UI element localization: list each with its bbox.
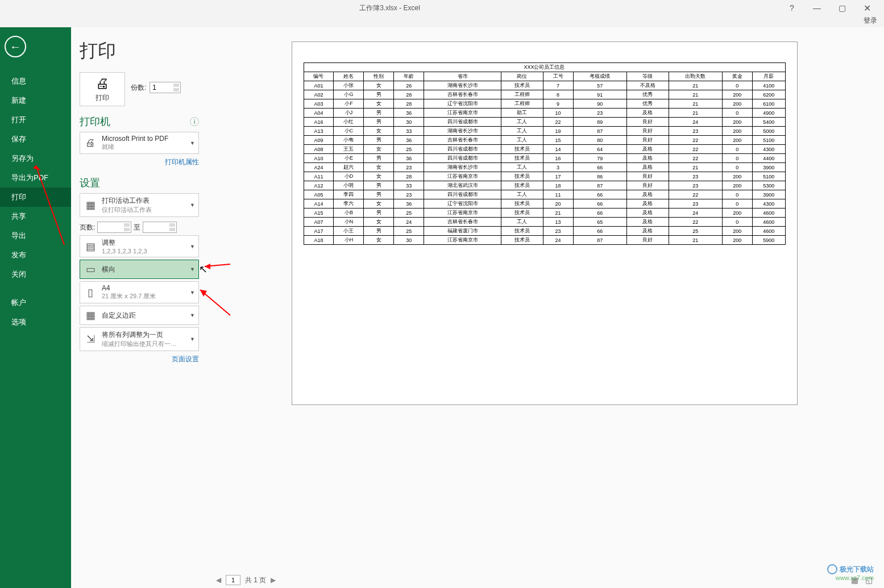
employee-table: XXX公司员工信息 编号姓名性别年龄省市岗位工号考核成绩等级出勤天数奖金月薪 A… bbox=[304, 62, 786, 245]
table-header-cell: 月薪 bbox=[752, 72, 785, 81]
copies-stepper[interactable]: 1 bbox=[150, 82, 181, 93]
table-row: A11小D女28江苏省南京市技术员1786良好232005100 bbox=[304, 172, 785, 181]
table-row: A03小F女28辽宁省沈阳市工程师990优秀212006100 bbox=[304, 99, 785, 109]
table-row: A17小王男25福建省厦门市技术员2366及格252004600 bbox=[304, 227, 785, 236]
table-row: A18小H女30江苏省南京市技术员2487良好212005900 bbox=[304, 236, 785, 245]
table-row: A24赵六女23湖南省长沙市工人366及格2103900 bbox=[304, 163, 785, 172]
landscape-icon: ▭ bbox=[84, 262, 97, 276]
sidebar-item-打开[interactable]: 打开 bbox=[0, 110, 71, 130]
printer-select[interactable]: 🖨 Microsoft Print to PDF 就绪 ▼ bbox=[80, 132, 199, 154]
print-button-label: 打印 bbox=[96, 93, 109, 103]
sidebar-item-帐户[interactable]: 帐户 bbox=[0, 293, 71, 312]
sidebar-item-关闭[interactable]: 关闭 bbox=[0, 265, 71, 284]
paper-size-select[interactable]: ▯ A4 21 厘米 x 29.7 厘米 ▼ bbox=[80, 281, 199, 303]
chevron-down-icon: ▼ bbox=[190, 312, 195, 318]
page-title: 打印 bbox=[80, 39, 199, 64]
chevron-down-icon: ▼ bbox=[190, 290, 195, 295]
table-row: A05李四男23四川省成都市工人1166及格2203900 bbox=[304, 190, 785, 199]
margins-select[interactable]: ▦ 自定义边距 ▼ bbox=[80, 306, 199, 325]
table-row: A13小C女33湖南省长沙市工人1987良好232005000 bbox=[304, 127, 785, 136]
sidebar-item-打印[interactable]: 打印 bbox=[0, 187, 71, 207]
sidebar-item-共享[interactable]: 共享 bbox=[0, 207, 71, 226]
table-header-cell: 工号 bbox=[543, 72, 573, 81]
page-range-row: 页数: 至 bbox=[80, 222, 199, 233]
watermark: 极光下载站 www.xz7.com bbox=[827, 564, 874, 581]
back-button[interactable]: ← bbox=[5, 36, 26, 57]
table-title: XXX公司员工信息 bbox=[304, 63, 785, 72]
sidebar-item-保存[interactable]: 保存 bbox=[0, 130, 71, 149]
maximize-icon[interactable]: ▢ bbox=[829, 1, 854, 15]
chevron-down-icon: ▼ bbox=[190, 266, 195, 272]
printer-icon: 🖨 bbox=[96, 76, 109, 91]
table-row: A07小N女24吉林省长春市工人1365及格2204600 bbox=[304, 218, 785, 227]
print-settings-panel: 打印 🖨 打印 份数: 1 打印机 i 🖨 Microsoft Print to… bbox=[71, 27, 205, 588]
current-page-input[interactable] bbox=[226, 575, 240, 585]
login-bar: 登录 bbox=[0, 16, 884, 27]
sidebar-item-导出[interactable]: 导出 bbox=[0, 226, 71, 245]
window-title: 工作簿3.xlsx - Excel bbox=[0, 3, 779, 13]
scale-icon: ⇲ bbox=[84, 332, 97, 346]
table-row: A08王五女25四川省成都市技术员1464及格2204300 bbox=[304, 145, 785, 154]
table-header-cell: 出勤天数 bbox=[669, 72, 722, 81]
table-row: A14李六女36辽宁省沈阳市技术员2066及格2304300 bbox=[304, 199, 785, 208]
table-header-cell: 年龄 bbox=[394, 72, 424, 81]
sidebar-item-选项[interactable]: 选项 bbox=[0, 312, 71, 332]
backstage-sidebar: ← 信息新建打开保存另存为导出为PDF打印共享导出发布关闭 帐户选项 bbox=[0, 27, 71, 588]
preview-page: XXX公司员工信息 编号姓名性别年龄省市岗位工号考核成绩等级出勤天数奖金月薪 A… bbox=[292, 41, 798, 405]
table-row: A04小J男36江苏省南京市助工1023及格2104900 bbox=[304, 109, 785, 118]
chevron-down-icon: ▼ bbox=[190, 336, 195, 342]
printer-ready-icon: 🖨 bbox=[84, 136, 97, 150]
chevron-down-icon: ▼ bbox=[190, 140, 195, 146]
close-icon[interactable]: ✕ bbox=[854, 1, 879, 15]
login-link[interactable]: 登录 bbox=[864, 16, 877, 27]
print-scope-select[interactable]: ▦ 打印活动工作表 仅打印活动工作表 ▼ bbox=[80, 193, 199, 217]
sidebar-item-另存为[interactable]: 另存为 bbox=[0, 149, 71, 168]
table-header-cell: 等级 bbox=[626, 72, 669, 81]
sidebar-item-导出为PDF[interactable]: 导出为PDF bbox=[0, 168, 71, 187]
table-header-cell: 性别 bbox=[364, 72, 394, 81]
watermark-logo-icon bbox=[827, 564, 837, 574]
table-row: A09小韦男36吉林省长春市工人1580良好222005100 bbox=[304, 136, 785, 145]
margins-icon: ▦ bbox=[84, 308, 97, 322]
table-header-cell: 编号 bbox=[304, 72, 334, 81]
table-header-cell: 省市 bbox=[424, 72, 501, 81]
chevron-down-icon: ▼ bbox=[190, 244, 195, 249]
settings-section-header: 设置 bbox=[80, 176, 199, 190]
print-button[interactable]: 🖨 打印 bbox=[80, 72, 125, 106]
page-from-stepper[interactable] bbox=[97, 222, 131, 233]
help-icon[interactable]: ? bbox=[779, 1, 804, 15]
info-icon[interactable]: i bbox=[190, 117, 199, 126]
table-row: A12小明男33湖北省武汉市技术员1887良好232005300 bbox=[304, 181, 785, 190]
print-preview-area: XXX公司员工信息 编号姓名性别年龄省市岗位工号考核成绩等级出勤天数奖金月薪 A… bbox=[205, 27, 884, 588]
table-row: A15小B男25江苏省南京市技术员2166及格242004600 bbox=[304, 208, 785, 218]
collation-select[interactable]: ▤ 调整 1,2,3 1,2,3 1,2,3 ▼ bbox=[80, 235, 199, 257]
page-setup-link[interactable]: 页面设置 bbox=[172, 355, 199, 364]
printer-section-header: 打印机 i bbox=[80, 115, 199, 128]
prev-page-button[interactable]: ◀ bbox=[216, 576, 221, 584]
collate-icon: ▤ bbox=[84, 240, 97, 253]
copies-label: 份数: bbox=[131, 83, 146, 93]
table-row: A02小G男28吉林省长春市工程师891优秀212006200 bbox=[304, 90, 785, 99]
table-header-cell: 姓名 bbox=[334, 72, 364, 81]
title-bar: 工作簿3.xlsx - Excel ? — ▢ ✕ bbox=[0, 0, 884, 16]
page-to-stepper[interactable] bbox=[143, 222, 177, 233]
scaling-select[interactable]: ⇲ 将所有列调整为一页 缩减打印输出使其只有一… ▼ bbox=[80, 327, 199, 351]
orientation-select[interactable]: ▭ 横向 ▼ bbox=[80, 260, 199, 279]
next-page-button[interactable]: ▶ bbox=[271, 576, 276, 584]
table-row: A10小E男36四川省成都市技术员1679及格2204400 bbox=[304, 154, 785, 163]
table-header-cell: 奖金 bbox=[722, 72, 752, 81]
cursor-icon: ↖ bbox=[199, 263, 207, 276]
printer-properties-link[interactable]: 打印机属性 bbox=[165, 157, 199, 167]
sidebar-item-信息[interactable]: 信息 bbox=[0, 72, 71, 91]
minimize-icon[interactable]: — bbox=[804, 1, 829, 15]
preview-nav: ◀ 共 1 页 ▶ ▦ ◱ bbox=[205, 572, 884, 588]
table-row: A01小张女26湖南省长沙市技术员757不及格2104100 bbox=[304, 81, 785, 90]
table-header-cell: 岗位 bbox=[501, 72, 543, 81]
table-header-cell: 考核成绩 bbox=[573, 72, 626, 81]
sheet-icon: ▦ bbox=[84, 198, 97, 212]
sidebar-item-发布[interactable]: 发布 bbox=[0, 245, 71, 265]
page-icon: ▯ bbox=[84, 286, 97, 299]
sidebar-item-新建[interactable]: 新建 bbox=[0, 91, 71, 110]
total-pages-label: 共 1 页 bbox=[245, 576, 266, 585]
table-row: A16小红男30四川省成都市工人2289良好242005400 bbox=[304, 118, 785, 127]
